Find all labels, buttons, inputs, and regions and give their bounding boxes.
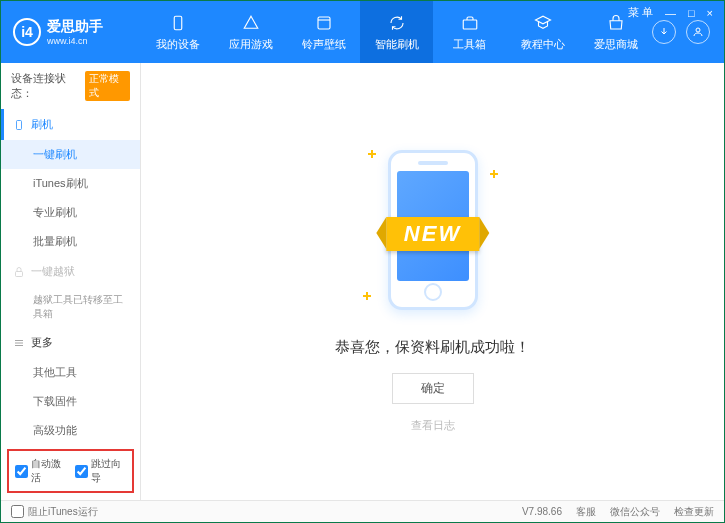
jailbreak-note: 越狱工具已转移至工具箱 (1, 287, 140, 327)
success-message: 恭喜您，保资料刷机成功啦！ (335, 338, 530, 357)
apps-icon (241, 13, 261, 33)
lock-icon (13, 266, 25, 278)
nav-toolbox[interactable]: 工具箱 (433, 1, 506, 63)
nav-label: 智能刷机 (375, 37, 419, 52)
flash-options: 自动激活 跳过向导 (7, 449, 134, 493)
nav-ringtones[interactable]: 铃声壁纸 (287, 1, 360, 63)
sidebar-item-pro-flash[interactable]: 专业刷机 (1, 198, 140, 227)
sparkle-icon (490, 170, 498, 178)
app-url: www.i4.cn (47, 36, 103, 46)
nav-label: 工具箱 (453, 37, 486, 52)
svg-rect-5 (16, 271, 23, 276)
section-label: 一键越狱 (31, 264, 75, 279)
nav-label: 我的设备 (156, 37, 200, 52)
status-bar: 阻止iTunes运行 V7.98.66 客服 微信公众号 检查更新 (1, 500, 724, 522)
customer-service-link[interactable]: 客服 (576, 505, 596, 519)
version-label: V7.98.66 (522, 506, 562, 517)
section-flash[interactable]: 刷机 (1, 109, 140, 140)
section-label: 刷机 (31, 117, 53, 132)
wechat-link[interactable]: 微信公众号 (610, 505, 660, 519)
logo-area: i4 爱思助手 www.i4.cn (1, 18, 141, 46)
sparkle-icon (363, 292, 371, 300)
main-content: NEW 恭喜您，保资料刷机成功啦！ 确定 查看日志 (141, 63, 724, 500)
minimize-button[interactable]: — (662, 7, 679, 19)
nav-label: 爱思商城 (594, 37, 638, 52)
app-name: 爱思助手 (47, 18, 103, 36)
phone-icon (13, 119, 25, 131)
main-nav: 我的设备 应用游戏 铃声壁纸 智能刷机 工具箱 教程中心 爱思商城 (141, 1, 652, 63)
nav-label: 教程中心 (521, 37, 565, 52)
close-button[interactable]: × (704, 7, 716, 19)
tutorial-icon (533, 13, 553, 33)
svg-point-3 (696, 28, 700, 32)
svg-rect-0 (174, 16, 182, 30)
sidebar-item-advanced[interactable]: 高级功能 (1, 416, 140, 445)
nav-my-device[interactable]: 我的设备 (141, 1, 214, 63)
nav-apps[interactable]: 应用游戏 (214, 1, 287, 63)
app-body: 设备连接状态： 正常模式 刷机 一键刷机 iTunes刷机 专业刷机 批量刷机 … (1, 63, 724, 500)
store-icon (606, 13, 626, 33)
download-button[interactable] (652, 20, 676, 44)
svg-rect-4 (17, 120, 22, 129)
success-illustration: NEW (348, 140, 518, 320)
status-badge: 正常模式 (85, 71, 130, 101)
checkbox-auto-activate[interactable]: 自动激活 (15, 457, 67, 485)
flash-icon (387, 13, 407, 33)
nav-flash[interactable]: 智能刷机 (360, 1, 433, 63)
confirm-button[interactable]: 确定 (392, 373, 474, 404)
device-icon (168, 13, 188, 33)
status-label: 设备连接状态： (11, 71, 81, 101)
sidebar: 设备连接状态： 正常模式 刷机 一键刷机 iTunes刷机 专业刷机 批量刷机 … (1, 63, 141, 500)
nav-label: 应用游戏 (229, 37, 273, 52)
cb-label: 自动激活 (31, 457, 67, 485)
menu-button[interactable]: 菜 单 (625, 5, 656, 20)
sidebar-item-itunes-flash[interactable]: iTunes刷机 (1, 169, 140, 198)
wallpaper-icon (314, 13, 334, 33)
section-more[interactable]: 更多 (1, 327, 140, 358)
cb-label: 阻止iTunes运行 (28, 505, 98, 519)
sparkle-icon (368, 150, 376, 158)
header-actions (652, 20, 724, 44)
connection-status: 设备连接状态： 正常模式 (1, 63, 140, 109)
section-label: 更多 (31, 335, 53, 350)
checkbox-skip-guide[interactable]: 跳过向导 (75, 457, 127, 485)
check-update-link[interactable]: 检查更新 (674, 505, 714, 519)
new-ribbon: NEW (386, 217, 479, 251)
cb-label: 跳过向导 (91, 457, 127, 485)
view-log-link[interactable]: 查看日志 (411, 418, 455, 433)
toolbox-icon (460, 13, 480, 33)
logo-icon: i4 (13, 18, 41, 46)
user-button[interactable] (686, 20, 710, 44)
sidebar-item-other-tools[interactable]: 其他工具 (1, 358, 140, 387)
footer-right: V7.98.66 客服 微信公众号 检查更新 (522, 505, 714, 519)
more-icon (13, 337, 25, 349)
svg-rect-2 (463, 20, 477, 29)
sidebar-item-batch-flash[interactable]: 批量刷机 (1, 227, 140, 256)
svg-rect-1 (318, 17, 330, 29)
sidebar-item-oneclick-flash[interactable]: 一键刷机 (1, 140, 140, 169)
app-header: 菜 单 — □ × i4 爱思助手 www.i4.cn 我的设备 应用游戏 铃声… (1, 1, 724, 63)
block-itunes-checkbox[interactable]: 阻止iTunes运行 (11, 505, 98, 519)
nav-label: 铃声壁纸 (302, 37, 346, 52)
section-jailbreak[interactable]: 一键越狱 (1, 256, 140, 287)
window-controls: 菜 单 — □ × (625, 5, 716, 20)
nav-tutorials[interactable]: 教程中心 (506, 1, 579, 63)
sidebar-item-download-firmware[interactable]: 下载固件 (1, 387, 140, 416)
maximize-button[interactable]: □ (685, 7, 698, 19)
